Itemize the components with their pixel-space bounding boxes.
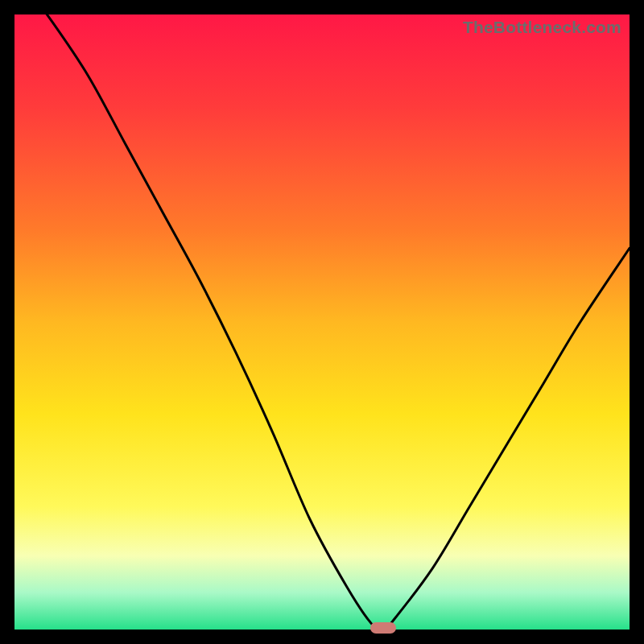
plot-area: TheBottleneck.com (14, 14, 630, 630)
chart-frame: TheBottleneck.com (0, 0, 644, 644)
curve-svg (14, 14, 630, 630)
minimum-marker (370, 622, 396, 634)
bottleneck-curve (14, 14, 630, 630)
